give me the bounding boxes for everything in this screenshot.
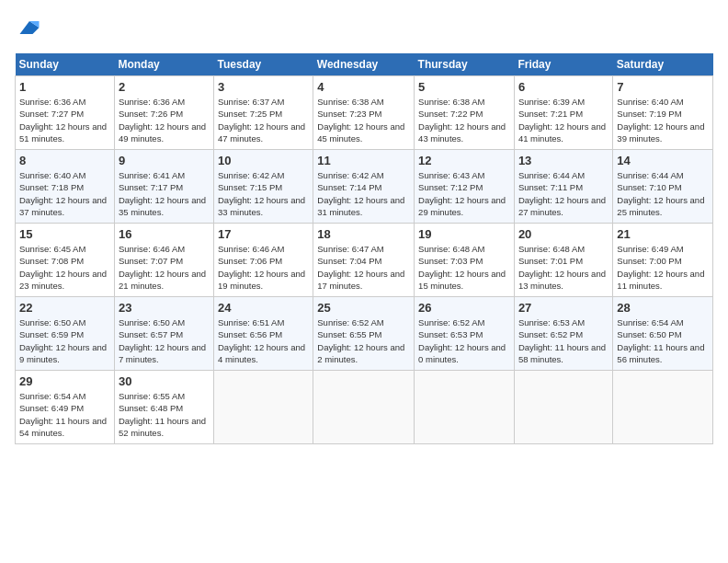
day-number: 8 [19, 154, 110, 167]
calendar-week-row: 1Sunrise: 6:36 AMSunset: 7:27 PMDaylight… [16, 76, 713, 150]
day-info: Sunrise: 6:52 AMSunset: 6:55 PMDaylight:… [317, 316, 410, 365]
day-info: Sunrise: 6:38 AMSunset: 7:23 PMDaylight:… [317, 96, 410, 144]
day-number: 28 [617, 301, 709, 315]
day-cell: 8Sunrise: 6:40 AMSunset: 7:18 PMDaylight… [16, 150, 115, 224]
col-header-monday: Monday [114, 53, 213, 76]
day-number: 30 [119, 374, 210, 388]
col-header-sunday: Sunday [16, 53, 115, 76]
day-number: 22 [19, 301, 110, 315]
day-info: Sunrise: 6:36 AMSunset: 7:27 PMDaylight:… [19, 96, 110, 144]
day-cell: 28Sunrise: 6:54 AMSunset: 6:50 PMDayligh… [613, 297, 713, 371]
calendar-week-row: 22Sunrise: 6:50 AMSunset: 6:59 PMDayligh… [16, 297, 713, 371]
day-info: Sunrise: 6:54 AMSunset: 6:50 PMDaylight:… [617, 316, 709, 365]
day-number: 1 [19, 80, 110, 94]
day-cell: 11Sunrise: 6:42 AMSunset: 7:14 PMDayligh… [313, 150, 415, 224]
day-number: 29 [19, 374, 110, 388]
calendar-header-row: SundayMondayTuesdayWednesdayThursdayFrid… [16, 53, 713, 76]
day-cell: 23Sunrise: 6:50 AMSunset: 6:57 PMDayligh… [114, 297, 213, 371]
day-cell: 21Sunrise: 6:49 AMSunset: 7:00 PMDayligh… [613, 224, 713, 297]
day-info: Sunrise: 6:45 AMSunset: 7:08 PMDaylight:… [19, 243, 110, 292]
day-info: Sunrise: 6:48 AMSunset: 7:01 PMDaylight:… [518, 243, 609, 292]
day-number: 19 [418, 227, 510, 241]
day-cell: 14Sunrise: 6:44 AMSunset: 7:10 PMDayligh… [613, 150, 713, 224]
day-number: 17 [218, 227, 309, 241]
calendar-week-row: 29Sunrise: 6:54 AMSunset: 6:49 PMDayligh… [16, 371, 713, 444]
col-header-tuesday: Tuesday [214, 53, 313, 76]
empty-cell [415, 371, 515, 444]
day-info: Sunrise: 6:51 AMSunset: 6:56 PMDaylight:… [218, 316, 309, 365]
day-number: 4 [317, 80, 410, 94]
day-cell: 15Sunrise: 6:45 AMSunset: 7:08 PMDayligh… [16, 224, 115, 297]
day-info: Sunrise: 6:49 AMSunset: 7:00 PMDaylight:… [617, 243, 709, 292]
logo-icon [17, 15, 42, 40]
day-cell: 2Sunrise: 6:36 AMSunset: 7:26 PMDaylight… [114, 76, 213, 150]
day-info: Sunrise: 6:42 AMSunset: 7:14 PMDaylight:… [317, 169, 410, 218]
day-number: 16 [119, 227, 210, 241]
day-cell: 5Sunrise: 6:38 AMSunset: 7:22 PMDaylight… [415, 76, 515, 150]
empty-cell [313, 371, 415, 444]
day-cell: 29Sunrise: 6:54 AMSunset: 6:49 PMDayligh… [16, 371, 115, 444]
day-cell: 10Sunrise: 6:42 AMSunset: 7:15 PMDayligh… [214, 150, 313, 224]
day-number: 13 [518, 154, 609, 167]
day-number: 21 [617, 227, 709, 241]
calendar-container: SundayMondayTuesdayWednesdayThursdayFrid… [0, 0, 728, 454]
day-number: 26 [418, 301, 510, 315]
day-number: 18 [317, 227, 410, 241]
day-number: 27 [518, 301, 609, 315]
day-info: Sunrise: 6:40 AMSunset: 7:19 PMDaylight:… [617, 96, 709, 144]
day-info: Sunrise: 6:40 AMSunset: 7:18 PMDaylight:… [19, 169, 110, 218]
day-number: 5 [418, 80, 510, 94]
day-cell: 19Sunrise: 6:48 AMSunset: 7:03 PMDayligh… [415, 224, 515, 297]
day-info: Sunrise: 6:50 AMSunset: 6:59 PMDaylight:… [19, 316, 110, 365]
day-number: 20 [518, 227, 609, 241]
day-info: Sunrise: 6:53 AMSunset: 6:52 PMDaylight:… [518, 316, 609, 365]
day-info: Sunrise: 6:38 AMSunset: 7:22 PMDaylight:… [418, 96, 510, 144]
day-number: 3 [218, 80, 309, 94]
logo [15, 15, 42, 44]
empty-cell [214, 371, 313, 444]
day-info: Sunrise: 6:46 AMSunset: 7:06 PMDaylight:… [218, 243, 309, 292]
day-info: Sunrise: 6:44 AMSunset: 7:11 PMDaylight:… [518, 169, 609, 218]
calendar-body: 1Sunrise: 6:36 AMSunset: 7:27 PMDaylight… [16, 76, 713, 444]
day-info: Sunrise: 6:41 AMSunset: 7:17 PMDaylight:… [119, 169, 210, 218]
day-number: 15 [19, 227, 110, 241]
day-number: 2 [119, 80, 210, 94]
day-info: Sunrise: 6:43 AMSunset: 7:12 PMDaylight:… [418, 169, 510, 218]
day-info: Sunrise: 6:54 AMSunset: 6:49 PMDaylight:… [19, 390, 110, 439]
day-cell: 22Sunrise: 6:50 AMSunset: 6:59 PMDayligh… [16, 297, 115, 371]
day-number: 12 [418, 154, 510, 167]
day-number: 24 [218, 301, 309, 315]
day-info: Sunrise: 6:48 AMSunset: 7:03 PMDaylight:… [418, 243, 510, 292]
day-info: Sunrise: 6:55 AMSunset: 6:48 PMDaylight:… [119, 390, 210, 439]
day-cell: 3Sunrise: 6:37 AMSunset: 7:25 PMDaylight… [214, 76, 313, 150]
day-cell: 25Sunrise: 6:52 AMSunset: 6:55 PMDayligh… [313, 297, 415, 371]
day-info: Sunrise: 6:37 AMSunset: 7:25 PMDaylight:… [218, 96, 309, 144]
day-cell: 13Sunrise: 6:44 AMSunset: 7:11 PMDayligh… [514, 150, 612, 224]
day-number: 25 [317, 301, 410, 315]
calendar-table: SundayMondayTuesdayWednesdayThursdayFrid… [15, 53, 713, 444]
day-info: Sunrise: 6:50 AMSunset: 6:57 PMDaylight:… [119, 316, 210, 365]
day-info: Sunrise: 6:47 AMSunset: 7:04 PMDaylight:… [317, 243, 410, 292]
day-info: Sunrise: 6:36 AMSunset: 7:26 PMDaylight:… [119, 96, 210, 144]
day-cell: 6Sunrise: 6:39 AMSunset: 7:21 PMDaylight… [514, 76, 612, 150]
day-info: Sunrise: 6:39 AMSunset: 7:21 PMDaylight:… [518, 96, 609, 144]
day-cell: 27Sunrise: 6:53 AMSunset: 6:52 PMDayligh… [514, 297, 612, 371]
day-info: Sunrise: 6:42 AMSunset: 7:15 PMDaylight:… [218, 169, 309, 218]
empty-cell [613, 371, 713, 444]
day-cell: 1Sunrise: 6:36 AMSunset: 7:27 PMDaylight… [16, 76, 115, 150]
day-cell: 24Sunrise: 6:51 AMSunset: 6:56 PMDayligh… [214, 297, 313, 371]
day-cell: 4Sunrise: 6:38 AMSunset: 7:23 PMDaylight… [313, 76, 415, 150]
day-cell: 30Sunrise: 6:55 AMSunset: 6:48 PMDayligh… [114, 371, 213, 444]
col-header-saturday: Saturday [613, 53, 713, 76]
day-info: Sunrise: 6:52 AMSunset: 6:53 PMDaylight:… [418, 316, 510, 365]
day-number: 14 [617, 154, 709, 167]
day-info: Sunrise: 6:44 AMSunset: 7:10 PMDaylight:… [617, 169, 709, 218]
calendar-week-row: 15Sunrise: 6:45 AMSunset: 7:08 PMDayligh… [16, 224, 713, 297]
day-number: 7 [617, 80, 709, 94]
col-header-wednesday: Wednesday [313, 53, 415, 76]
calendar-week-row: 8Sunrise: 6:40 AMSunset: 7:18 PMDaylight… [16, 150, 713, 224]
day-number: 11 [317, 154, 410, 167]
day-cell: 18Sunrise: 6:47 AMSunset: 7:04 PMDayligh… [313, 224, 415, 297]
day-cell: 7Sunrise: 6:40 AMSunset: 7:19 PMDaylight… [613, 76, 713, 150]
day-number: 6 [518, 80, 609, 94]
